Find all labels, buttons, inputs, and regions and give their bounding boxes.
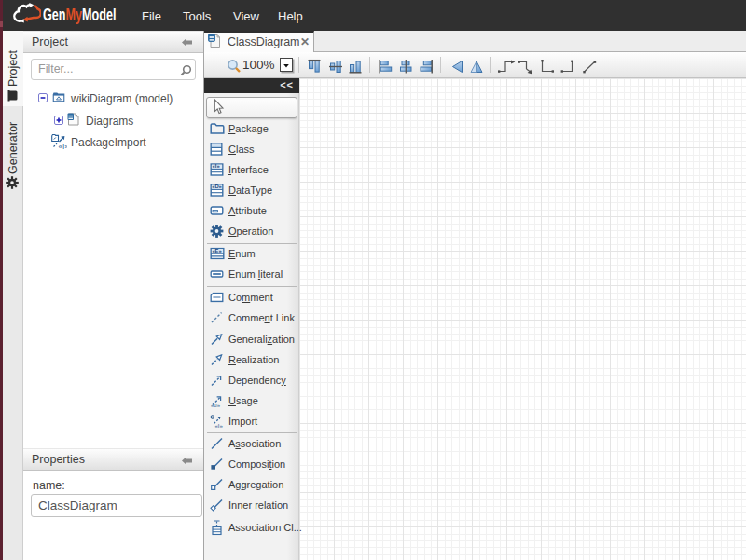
svg-text:«I»: «I» — [59, 143, 68, 150]
svg-text:«E»: «E» — [212, 248, 221, 253]
svg-text:«D»: «D» — [212, 184, 222, 189]
svg-text:«I»: «I» — [215, 423, 224, 428]
svg-text:«u»: «u» — [211, 403, 221, 408]
svg-text:«I»: «I» — [213, 163, 220, 169]
